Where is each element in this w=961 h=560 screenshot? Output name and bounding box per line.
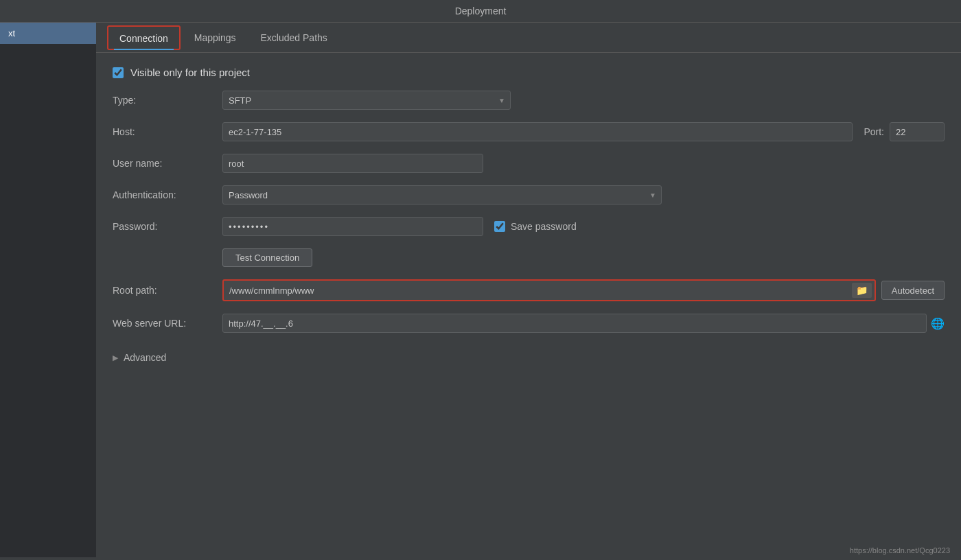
web-server-url-input[interactable] [222, 314, 927, 333]
web-server-url-row: Web server URL: 🌐 [113, 314, 945, 333]
auth-row: Authentication: Password Key pair OpenSS… [113, 185, 945, 205]
tab-mappings[interactable]: Mappings [183, 25, 247, 50]
advanced-section[interactable]: ▶ Advanced [113, 345, 945, 370]
auth-select[interactable]: Password Key pair OpenSSH config [222, 185, 662, 205]
tab-excluded-paths[interactable]: Excluded Paths [250, 25, 338, 50]
host-input[interactable] [222, 122, 853, 141]
port-label: Port: [864, 126, 884, 137]
sidebar: xt [0, 23, 96, 557]
autodetect-button[interactable]: Autodetect [881, 281, 945, 300]
tab-underline [114, 49, 174, 50]
auth-select-wrapper: Password Key pair OpenSSH config [222, 185, 662, 205]
auth-label: Authentication: [113, 189, 222, 200]
visible-only-label: Visible only for this project [130, 67, 250, 78]
password-label: Password: [113, 221, 222, 232]
title-bar: Deployment [0, 0, 961, 23]
test-connection-button[interactable]: Test Connection [222, 248, 312, 267]
type-label: Type: [113, 95, 222, 106]
advanced-arrow-icon: ▶ [113, 353, 118, 362]
username-input[interactable] [222, 154, 483, 173]
test-connection-row: Test Connection [222, 248, 945, 267]
advanced-label: Advanced [124, 352, 166, 363]
tabs-bar: Connection Mappings Excluded Paths [96, 23, 961, 53]
password-row: Password: Save password [113, 217, 945, 236]
web-icon: 🌐 [931, 317, 945, 330]
web-server-url-label: Web server URL: [113, 318, 222, 329]
root-path-row: Root path: 📁 Autodetect [113, 279, 945, 301]
type-row: Type: SFTP FTP FTPS [113, 91, 945, 110]
footer-url: https://blog.csdn.net/Qcg0223 [850, 546, 950, 555]
visible-only-row: Visible only for this project [113, 67, 945, 78]
save-password-wrap: Save password [494, 221, 577, 232]
root-path-input[interactable] [224, 281, 850, 300]
tab-connection[interactable]: Connection [107, 25, 181, 50]
save-password-checkbox[interactable] [494, 221, 505, 232]
save-password-label: Save password [511, 221, 577, 232]
type-select[interactable]: SFTP FTP FTPS [222, 91, 511, 110]
window-title: Deployment [455, 5, 507, 16]
port-input[interactable] [890, 122, 945, 141]
form-area: Visible only for this project Type: SFTP… [96, 53, 961, 557]
folder-browse-button[interactable]: 📁 [852, 283, 872, 298]
host-row: Host: Port: [113, 122, 945, 141]
username-row: User name: [113, 154, 945, 173]
sidebar-item-xt[interactable]: xt [0, 23, 96, 44]
root-path-container: 📁 [222, 279, 876, 301]
visible-only-checkbox[interactable] [113, 67, 124, 78]
username-label: User name: [113, 158, 222, 169]
root-path-label: Root path: [113, 285, 222, 296]
type-select-wrapper: SFTP FTP FTPS [222, 91, 511, 110]
password-input[interactable] [222, 217, 483, 236]
content-area: Connection Mappings Excluded Paths Visib… [96, 23, 961, 557]
host-label: Host: [113, 126, 222, 137]
